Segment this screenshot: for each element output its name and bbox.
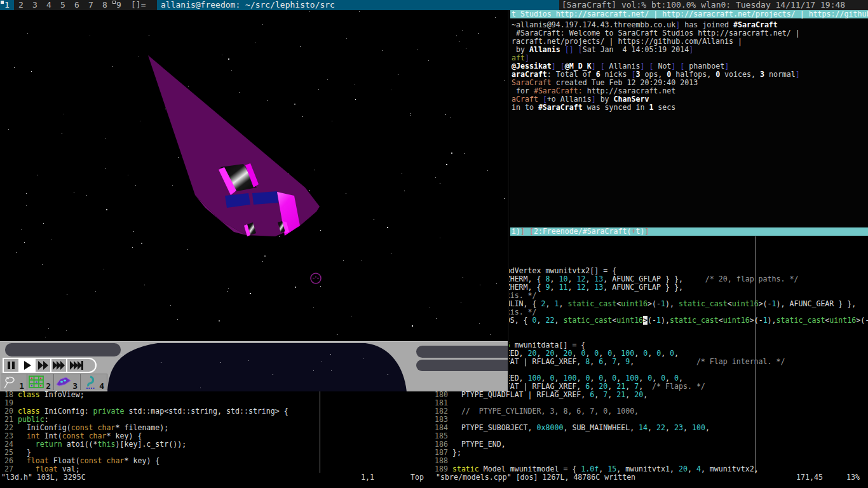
pause-icon (6, 361, 17, 370)
pause-button[interactable] (4, 359, 20, 372)
irc-topic-bar: t Studios http://saracraft.net/ | http:/… (510, 10, 868, 18)
irc-status-bar: i)] [2:Freenode/#SaraCraft(+t)] (510, 227, 868, 236)
toolbar-button-4[interactable]: 4 (81, 374, 107, 390)
line-number: 180 (435, 390, 452, 399)
line-number: 19 (0, 398, 18, 407)
line-number: 189 (435, 464, 452, 473)
play-icon (22, 361, 32, 370)
workspace-6[interactable]: 6 (70, 0, 84, 10)
lasso-icon (2, 376, 18, 390)
toolbar-button-2[interactable]: 2 (27, 374, 54, 390)
line-number: 182 (435, 407, 452, 416)
readout-bar-top (416, 346, 509, 358)
toolbar-number: 1 (19, 382, 24, 390)
vim-ruler: 1,1 (361, 473, 374, 482)
code-line: class InfoView; (18, 390, 85, 399)
cursor: > (643, 316, 648, 325)
status-text: [SaraCraft] vol:% bt:100.0% wlan0: Tuesd… (562, 0, 845, 10)
speed-controls (3, 358, 97, 373)
star (363, 358, 363, 359)
spaceship (0, 10, 509, 341)
line-number: 22 (0, 423, 18, 432)
sector-grid-icon (29, 376, 45, 390)
star (121, 354, 121, 355)
star (273, 374, 273, 375)
star (331, 370, 332, 371)
irc-window[interactable]: t Studios http://saracraft.net/ | http:/… (510, 10, 868, 236)
window-title: allanis@freedom: ~/src/lephisto/src (157, 0, 559, 10)
status-bar: 123456789 []= allanis@freedom: ~/src/lep… (0, 0, 868, 10)
line-number: 183 (435, 415, 452, 424)
hook-icon (82, 376, 98, 390)
workspace-3[interactable]: 3 (28, 0, 42, 10)
line-number: 187 (435, 448, 452, 457)
code-line: } (18, 448, 31, 457)
code-line: return atoi((*this)[key].c_str()); (18, 440, 186, 449)
nav-target-ring (311, 273, 321, 283)
fast-forward-icon (37, 361, 49, 370)
code-line: int Int(const char* key) { (18, 431, 142, 440)
vim-ruler: 171,45 (796, 473, 823, 482)
star (161, 362, 161, 363)
star (200, 388, 201, 388)
code-line: float Float(const char* key) { (18, 456, 159, 465)
layout-icon[interactable]: []= (131, 0, 146, 10)
workspace-8[interactable]: 8 (98, 0, 112, 10)
vim-command-line: "l3d.h" 103L, 3295C (1, 473, 86, 482)
star (313, 370, 314, 371)
line-number: 18 (0, 390, 18, 399)
line-number: 27 (0, 464, 18, 473)
workspace-5[interactable]: 5 (56, 0, 70, 10)
vim-left-window[interactable]: 18 class InfoView; 19 20 class IniConfig… (0, 391, 433, 488)
code-line: public: (18, 415, 49, 424)
readout-bar-bottom (416, 360, 509, 371)
game-window[interactable]: 1 2 (0, 10, 509, 391)
fastest-forward-button[interactable] (67, 359, 86, 372)
toolbar-button-3[interactable]: 3 (54, 374, 81, 390)
line-number: 181 (435, 398, 452, 407)
vim-command-line: "sbre/models.cpp" [dos] 1267L, 48786C wr… (436, 473, 635, 482)
game-viewport (0, 10, 509, 341)
hud-toolbar: 1 2 (1, 374, 107, 390)
vim-scroll-indicator: 13% (846, 473, 860, 482)
workspace-7[interactable]: 7 (84, 0, 98, 10)
line-number: 184 (435, 423, 452, 432)
line-number: 188 (435, 456, 452, 465)
irc-message: in to #SaraCraft was synced in 1 secs (512, 104, 675, 112)
play-button[interactable] (20, 359, 36, 372)
star (388, 374, 388, 375)
code-line: { PTYPE_TANLIN, { 2, 1, static_cast<uint… (452, 299, 856, 308)
toolbar-number: 4 (99, 382, 104, 390)
workspace-4[interactable]: 4 (42, 0, 56, 10)
star (330, 354, 331, 355)
code-line: class IniConfig: private std::map<std::s… (18, 407, 288, 416)
code-line: PTYPE_QUADFLAT | RFLAG_XREF, 6, 7, 21, 2… (452, 390, 648, 399)
irc-message: by Allanis [] [Sat Jan 4 14:05:19 2014] (512, 46, 693, 54)
color-column (755, 236, 756, 473)
line-number: 25 (0, 448, 18, 457)
workspace-9[interactable]: 9 (112, 0, 126, 10)
toolbar-number: 3 (72, 382, 78, 390)
line-number: 20 (0, 407, 18, 416)
message-display (5, 343, 121, 356)
star (220, 362, 221, 363)
code-line: { PTYPE_CROS, { 0, 22, static_cast<uint1… (452, 316, 868, 325)
workspace-indicator (1, 1, 4, 4)
code-line: PTYPE_END, (452, 440, 506, 449)
color-column (320, 391, 320, 473)
right-panel (252, 191, 278, 205)
toolbar-button-1[interactable]: 1 (1, 374, 27, 390)
star (248, 360, 248, 361)
code-line: IniConfig(const char* filename); (18, 423, 168, 432)
line-number: 185 (435, 431, 452, 440)
code-line: float val; (18, 464, 80, 473)
vim-scroll-indicator: Top (410, 473, 424, 482)
line-number: 24 (0, 440, 18, 449)
fast-forward-button[interactable] (36, 359, 51, 372)
code-line: static Model mwunitmodel = { 1.0f, 15, m… (452, 464, 759, 473)
line-number: 21 (0, 415, 18, 424)
workspace-2[interactable]: 2 (14, 0, 28, 10)
faster-forward-button[interactable] (51, 359, 67, 372)
workspace-1[interactable]: 1 (0, 0, 14, 10)
workspace-indicator (112, 1, 116, 4)
